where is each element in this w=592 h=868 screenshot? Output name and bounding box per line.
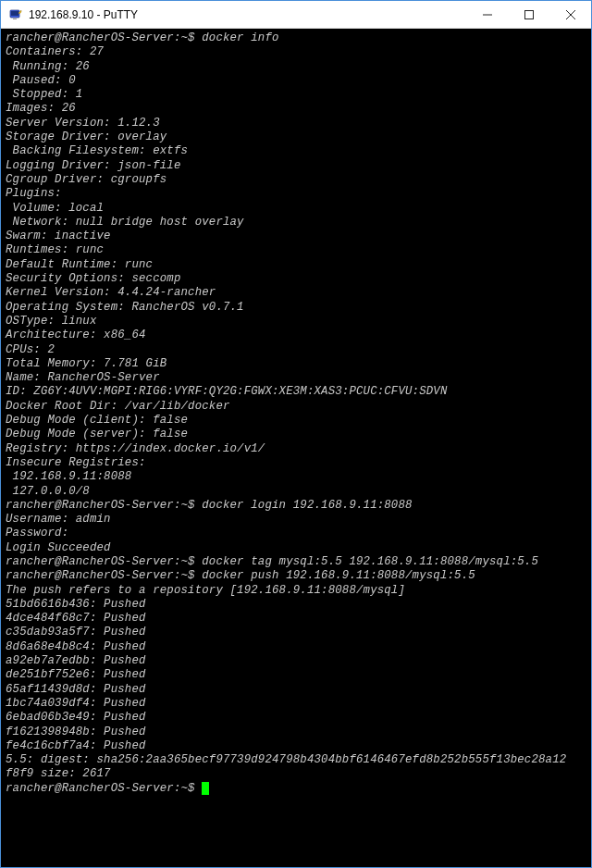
docker-info-line: Debug Mode (client): false [6,414,586,428]
docker-push-line: The push refers to a repository [192.168… [6,584,586,598]
docker-info-line: Operating System: RancherOS v0.7.1 [6,301,586,315]
putty-icon [8,7,23,22]
docker-push-line: a92eb7a7edbb: Pushed [6,654,586,668]
docker-push-line: f8f9 size: 2617 [6,767,586,781]
docker-login-line: Password: [6,527,586,540]
titlebar[interactable]: 192.168.9.10 - PuTTY [1,1,591,29]
docker-info-line: Architecture: x86_64 [6,329,586,342]
docker-info-line: Images: 26 [6,102,586,116]
putty-window: 192.168.9.10 - PuTTY rancher@RancherOS-S… [0,0,592,868]
cmd-docker-tag: rancher@RancherOS-Server:~$ docker tag m… [6,555,586,569]
docker-info-line: 192.168.9.11:8088 [6,470,586,484]
docker-push-line: 5.5: digest: sha256:2aa365becf97739d9247… [6,753,586,767]
docker-info-line: Total Memory: 7.781 GiB [6,357,586,371]
docker-info-line: Paused: 0 [6,74,586,88]
docker-info-line: Docker Root Dir: /var/lib/docker [6,400,586,414]
docker-push-line: fe4c16cbf7a4: Pushed [6,739,586,753]
close-button[interactable] [549,1,591,28]
docker-info-line: Kernel Version: 4.4.24-rancher [6,286,586,300]
docker-info-line: Registry: https://index.docker.io/v1/ [6,442,586,456]
cmd-docker-push: rancher@RancherOS-Server:~$ docker push … [6,569,586,583]
docker-info-line: OSType: linux [6,315,586,329]
docker-info-line: Volume: local [6,202,586,216]
docker-push-line: 4dce484f68c7: Pushed [6,612,586,626]
docker-info-line: Storage Driver: overlay [6,130,586,144]
docker-push-line: c35dab93a5f7: Pushed [6,626,586,639]
docker-info-line: Network: null bridge host overlay [6,216,586,229]
docker-info-line: Backing Filesystem: extfs [6,144,586,158]
docker-info-line: Insecure Registries: [6,456,586,470]
docker-info-line: Cgroup Driver: cgroupfs [6,173,586,187]
svg-rect-2 [13,19,17,19]
docker-info-line: Plugins: [6,187,586,201]
cmd-docker-info: rancher@RancherOS-Server:~$ docker info [6,31,586,45]
svg-rect-4 [524,10,533,19]
docker-push-line: 6ebad06b3e49: Pushed [6,711,586,725]
docker-info-line: Security Options: seccomp [6,272,586,286]
window-title: 192.168.9.10 - PuTTY [29,8,466,21]
docker-push-line: 8d6a68e4b8c4: Pushed [6,640,586,654]
docker-info-line: Debug Mode (server): false [6,428,586,441]
docker-push-line: f1621398948b: Pushed [6,725,586,739]
docker-info-line: Name: RancherOS-Server [6,371,586,385]
docker-push-line: 1bc74a039df4: Pushed [6,697,586,711]
cursor [202,782,209,795]
docker-info-line: Default Runtime: runc [6,258,586,272]
docker-info-line: Swarm: inactive [6,229,586,243]
maximize-button[interactable] [508,1,549,28]
docker-info-line: Containers: 27 [6,45,586,59]
svg-rect-1 [11,11,18,16]
prompt-current[interactable]: rancher@RancherOS-Server:~$ [6,782,586,796]
minimize-button[interactable] [466,1,508,28]
docker-info-line: 127.0.0.0/8 [6,485,586,499]
docker-info-line: Server Version: 1.12.3 [6,117,586,130]
docker-push-line: 65af11439d8d: Pushed [6,683,586,697]
docker-info-line: ID: ZG6Y:4UVV:MGPI:RIG6:VYRF:QY2G:FGWX:X… [6,385,586,399]
docker-push-line: 51bd6616b436: Pushed [6,598,586,612]
docker-info-line: Stopped: 1 [6,88,586,102]
docker-info-line: Running: 26 [6,60,586,74]
docker-login-line: Login Succeeded [6,541,586,555]
docker-push-line: de251bf752e6: Pushed [6,668,586,682]
cmd-docker-login: rancher@RancherOS-Server:~$ docker login… [6,499,586,513]
docker-login-line: Username: admin [6,513,586,527]
docker-info-line: Runtimes: runc [6,243,586,257]
docker-info-line: CPUs: 2 [6,343,586,357]
terminal-area[interactable]: rancher@RancherOS-Server:~$ docker infoC… [1,29,591,867]
docker-info-line: Logging Driver: json-file [6,159,586,173]
window-controls [466,1,591,28]
